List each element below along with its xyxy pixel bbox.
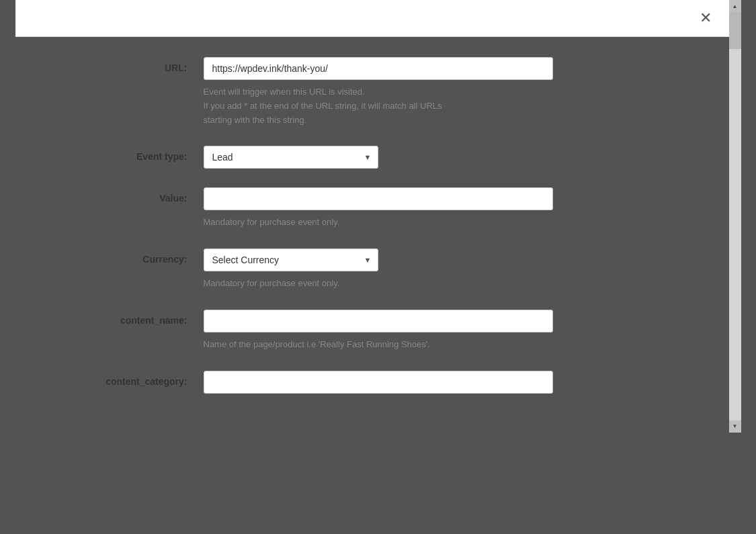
currency-content: Select Currency USD EUR GBP JPY AUD CAD …: [204, 249, 689, 291]
currency-hint: Mandatory for purchase event only.: [204, 277, 553, 291]
scroll-track[interactable]: [729, 12, 741, 420]
event-type-row: Event type: Lead Purchase ViewContent Ad…: [56, 146, 689, 169]
scroll-up-arrow[interactable]: ▲: [729, 0, 741, 12]
event-type-content: Lead Purchase ViewContent AddToCart Init…: [204, 146, 689, 169]
url-input[interactable]: [204, 57, 553, 80]
value-input[interactable]: [204, 187, 553, 210]
url-content: Event will trigger when this URL is visi…: [204, 57, 689, 127]
url-row: URL: Event will trigger when this URL is…: [56, 57, 689, 127]
event-type-label: Event type:: [56, 146, 204, 162]
value-row: Value: Mandatory for purchase event only…: [56, 187, 689, 230]
modal-header: ✕: [15, 0, 729, 37]
content-name-label: content_name:: [56, 310, 204, 326]
scrollbar[interactable]: ▲ ▼: [729, 0, 741, 433]
value-hint: Mandatory for purchase event only.: [204, 216, 553, 230]
modal-body: URL: Event will trigger when this URL is…: [15, 37, 729, 433]
value-content: Mandatory for purchase event only.: [204, 187, 689, 230]
scroll-down-arrow[interactable]: ▼: [729, 420, 741, 433]
close-button[interactable]: ✕: [696, 9, 716, 27]
url-hint-line1: Event will trigger when this URL is visi…: [204, 87, 365, 97]
modal: ✕ URL: Event will trigger when this URL …: [15, 0, 729, 433]
url-hint: Event will trigger when this URL is visi…: [204, 85, 553, 127]
content-name-row: content_name: Name of the page/product i…: [56, 310, 689, 352]
content-category-input[interactable]: [204, 371, 553, 394]
currency-select-wrapper: Select Currency USD EUR GBP JPY AUD CAD …: [204, 249, 378, 271]
content-category-row: content_category:: [56, 371, 689, 394]
currency-select[interactable]: Select Currency USD EUR GBP JPY AUD CAD: [204, 249, 378, 271]
currency-label: Currency:: [56, 249, 204, 265]
currency-row: Currency: Select Currency USD EUR GBP JP…: [56, 249, 689, 291]
url-hint-line2: If you add * at the end of the URL strin…: [204, 101, 442, 111]
content-name-hint: Name of the page/product i.e 'Really Fas…: [204, 338, 553, 352]
event-type-select-wrapper: Lead Purchase ViewContent AddToCart Init…: [204, 146, 378, 169]
event-type-select[interactable]: Lead Purchase ViewContent AddToCart Init…: [204, 146, 378, 169]
content-name-content: Name of the page/product i.e 'Really Fas…: [204, 310, 689, 352]
scroll-thumb[interactable]: [729, 12, 741, 49]
modal-wrapper: ✕ URL: Event will trigger when this URL …: [15, 0, 741, 433]
value-label: Value:: [56, 187, 204, 204]
modal-overlay: ✕ URL: Event will trigger when this URL …: [0, 0, 756, 534]
content-name-input[interactable]: [204, 310, 553, 332]
content-category-label: content_category:: [56, 371, 204, 387]
url-hint-line3: starting with the this string.: [204, 115, 307, 125]
content-category-content: [204, 371, 689, 394]
url-label: URL:: [56, 57, 204, 73]
